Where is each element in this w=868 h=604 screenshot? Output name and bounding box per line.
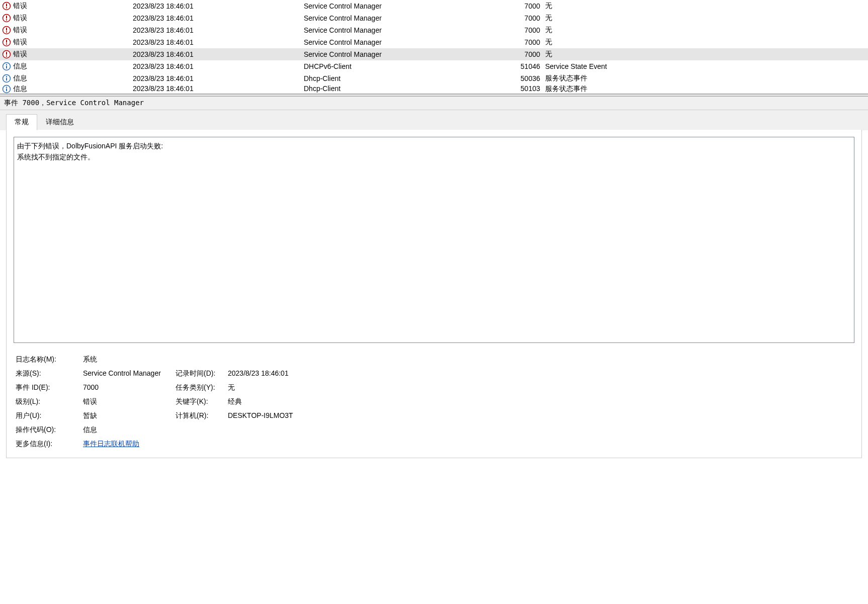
event-row[interactable]: 错误2023/8/23 18:46:01Service Control Mana… (0, 24, 868, 36)
event-id: 50036 (490, 74, 545, 82)
value-event-id: 7000 (83, 383, 173, 392)
event-row[interactable]: 信息2023/8/23 18:46:01DHCPv6-Client51046Se… (0, 60, 868, 72)
label-user: 用户(U): (16, 411, 81, 420)
value-log-name: 系统 (83, 355, 852, 364)
event-category: 无 (545, 50, 868, 59)
event-row[interactable]: 错误2023/8/23 18:46:01Service Control Mana… (0, 48, 868, 60)
event-level-text: 错误 (13, 26, 27, 35)
error-icon (2, 14, 11, 23)
svg-point-14 (6, 55, 7, 56)
event-source: Service Control Manager (304, 38, 490, 46)
value-task-category: 无 (228, 383, 852, 392)
tab-panel-general: 由于下列错误，DolbyFusionAPI 服务启动失败: 系统找不到指定的文件… (6, 130, 862, 458)
event-id: 7000 (490, 26, 545, 34)
event-category: Service State Event (545, 62, 868, 70)
event-level-text: 错误 (13, 14, 27, 23)
label-more-info: 更多信息(I): (16, 440, 81, 449)
event-source: Dhcp-Client (304, 84, 490, 93)
svg-point-5 (6, 19, 7, 20)
event-category: 服务状态事件 (545, 84, 868, 94)
event-category: 无 (545, 2, 868, 11)
svg-point-8 (6, 31, 7, 32)
tab-details[interactable]: 详细信息 (37, 114, 82, 130)
label-keywords: 关键字(K): (176, 397, 226, 406)
event-source: Service Control Manager (304, 14, 490, 22)
svg-rect-23 (6, 89, 7, 92)
label-opcode: 操作代码(O): (16, 425, 81, 435)
svg-point-16 (6, 64, 7, 65)
event-category: 无 (545, 14, 868, 23)
event-date: 2023/8/23 18:46:01 (133, 74, 304, 82)
svg-rect-4 (6, 16, 7, 19)
event-id: 50103 (490, 84, 545, 93)
label-source: 来源(S): (16, 369, 81, 378)
event-category: 服务状态事件 (545, 74, 868, 83)
tab-general[interactable]: 常规 (6, 114, 37, 130)
event-row[interactable]: 信息2023/8/23 18:46:01Dhcp-Client50103服务状态… (0, 84, 868, 94)
event-level-text: 错误 (13, 50, 27, 59)
svg-point-11 (6, 43, 7, 44)
value-opcode: 信息 (83, 425, 852, 435)
event-row[interactable]: 错误2023/8/23 18:46:01Service Control Mana… (0, 36, 868, 48)
event-source: Service Control Manager (304, 2, 490, 10)
label-computer: 计算机(R): (176, 411, 226, 420)
svg-rect-7 (6, 28, 7, 31)
event-date: 2023/8/23 18:46:01 (133, 14, 304, 22)
event-date: 2023/8/23 18:46:01 (133, 2, 304, 10)
svg-rect-10 (6, 40, 7, 43)
event-category: 无 (545, 26, 868, 35)
event-row[interactable]: 错误2023/8/23 18:46:01Service Control Mana… (0, 0, 868, 12)
event-source: Service Control Manager (304, 50, 490, 58)
event-description: 由于下列错误，DolbyFusionAPI 服务启动失败: 系统找不到指定的文件… (14, 137, 854, 343)
event-level-text: 信息 (13, 74, 27, 83)
event-source: Service Control Manager (304, 26, 490, 34)
label-log-name: 日志名称(M): (16, 355, 81, 364)
event-properties-grid: 日志名称(M): 系统 来源(S): Service Control Manag… (14, 353, 854, 451)
event-level-text: 信息 (13, 84, 27, 94)
detail-tabs: 常规 详细信息 (0, 110, 868, 130)
event-id: 7000 (490, 38, 545, 46)
svg-point-22 (6, 87, 7, 88)
label-task-category: 任务类别(Y): (176, 383, 226, 392)
value-level: 错误 (83, 397, 173, 406)
svg-rect-20 (6, 78, 7, 81)
svg-point-19 (6, 76, 7, 77)
event-category: 无 (545, 38, 868, 47)
event-id: 7000 (490, 50, 545, 58)
error-icon (2, 50, 11, 59)
svg-rect-1 (6, 4, 7, 7)
value-logged: 2023/8/23 18:46:01 (228, 369, 852, 378)
error-icon (2, 26, 11, 35)
event-date: 2023/8/23 18:46:01 (133, 38, 304, 46)
label-event-id: 事件 ID(E): (16, 383, 81, 392)
event-date: 2023/8/23 18:46:01 (133, 84, 304, 93)
info-icon (2, 62, 11, 71)
event-level-text: 错误 (13, 38, 27, 47)
value-source: Service Control Manager (83, 369, 173, 378)
event-date: 2023/8/23 18:46:01 (133, 26, 304, 34)
svg-rect-17 (6, 66, 7, 69)
svg-point-2 (6, 7, 7, 8)
event-detail-header: 事件 7000，Service Control Manager (0, 97, 868, 110)
event-row[interactable]: 信息2023/8/23 18:46:01Dhcp-Client50036服务状态… (0, 72, 868, 84)
value-computer: DESKTOP-I9LMO3T (228, 411, 852, 420)
value-keywords: 经典 (228, 397, 852, 406)
event-level-text: 错误 (13, 2, 27, 11)
event-list[interactable]: 错误2023/8/23 18:46:01Service Control Mana… (0, 0, 868, 94)
value-more-info: 事件日志联机帮助 (83, 440, 852, 449)
error-icon (2, 38, 11, 47)
event-log-online-help-link[interactable]: 事件日志联机帮助 (83, 440, 139, 448)
event-source: DHCPv6-Client (304, 62, 490, 70)
event-level-text: 信息 (13, 62, 27, 71)
value-user: 暂缺 (83, 411, 173, 420)
event-row[interactable]: 错误2023/8/23 18:46:01Service Control Mana… (0, 12, 868, 24)
svg-rect-13 (6, 52, 7, 55)
info-icon (2, 74, 11, 83)
event-id: 51046 (490, 62, 545, 70)
event-id: 7000 (490, 14, 545, 22)
label-level: 级别(L): (16, 397, 81, 406)
event-source: Dhcp-Client (304, 74, 490, 82)
event-date: 2023/8/23 18:46:01 (133, 62, 304, 70)
event-date: 2023/8/23 18:46:01 (133, 50, 304, 58)
label-logged: 记录时间(D): (176, 369, 226, 378)
